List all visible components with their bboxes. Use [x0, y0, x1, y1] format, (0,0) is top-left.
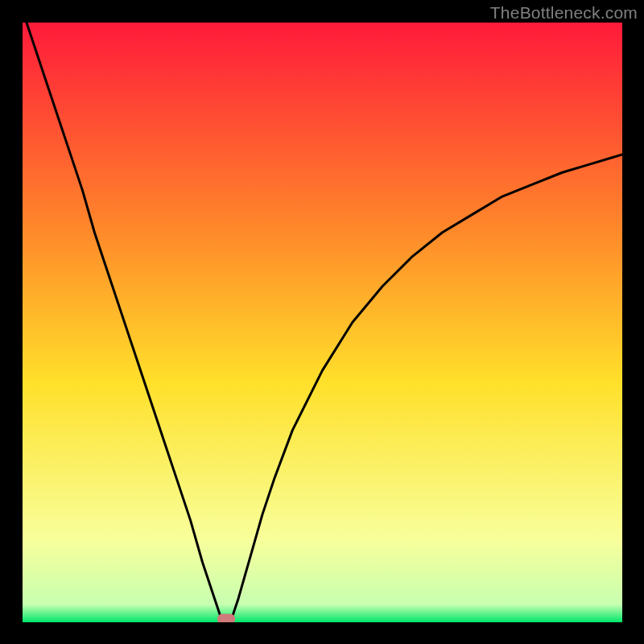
gradient-background — [23, 23, 622, 622]
chart-svg — [23, 23, 622, 622]
chart-frame: TheBottleneck.com — [0, 0, 644, 644]
watermark-text: TheBottleneck.com — [490, 3, 638, 23]
optimal-point-marker — [217, 613, 235, 622]
plot-area — [23, 23, 622, 622]
